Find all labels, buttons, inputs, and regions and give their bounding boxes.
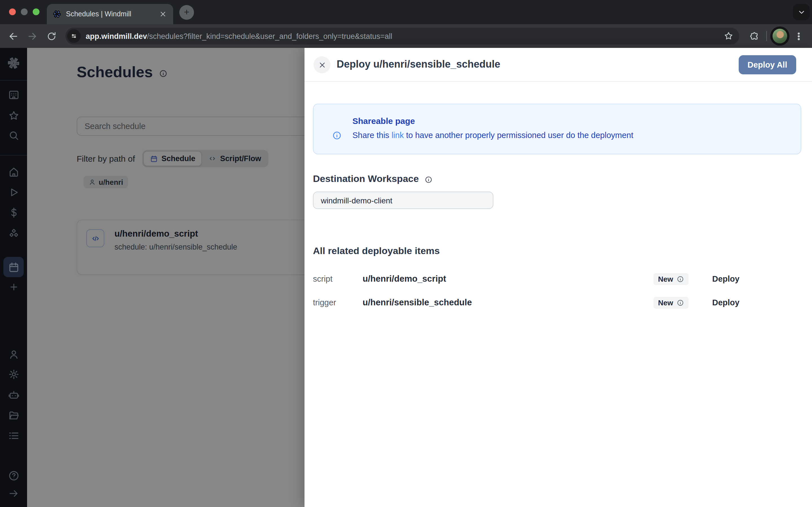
back-button[interactable] — [4, 27, 21, 45]
window-controls — [9, 8, 40, 15]
item-badge-cell: New — [654, 297, 712, 308]
deploy-item-button[interactable]: Deploy — [712, 298, 740, 307]
url-text: app.windmill.dev/schedules?filter_kind=s… — [86, 32, 722, 40]
badge-info-icon[interactable] — [676, 275, 684, 283]
new-badge: New — [654, 297, 688, 308]
deploy-item-button[interactable]: Deploy — [712, 274, 740, 283]
drawer-close-button[interactable] — [313, 56, 331, 73]
url-domain: app.windmill.dev — [86, 32, 147, 40]
deploy-drawer: Deploy u/henri/sensible_schedule Deploy … — [305, 48, 812, 507]
browser-toolbar: app.windmill.dev/schedules?filter_kind=s… — [0, 24, 812, 48]
site-settings-icon[interactable] — [67, 29, 81, 43]
zoom-window-button[interactable] — [33, 8, 40, 15]
windmill-favicon — [52, 10, 61, 18]
new-badge-label: New — [658, 275, 673, 283]
toolbar-divider — [766, 31, 767, 41]
badge-info-icon[interactable] — [676, 299, 684, 306]
tab-search-button[interactable] — [793, 4, 810, 20]
deployable-items-heading: All related deployable items — [313, 245, 440, 257]
chevron-down-icon — [797, 8, 806, 16]
banner-body-prefix: Share this — [352, 131, 392, 140]
screen: Schedules | Windmill + — [0, 0, 812, 507]
banner-body: Share this link to have another properly… — [352, 131, 633, 140]
share-link[interactable]: link — [392, 131, 404, 140]
app-area: Schedules Filter by path of Schedule — [0, 48, 812, 507]
item-badge-cell: New — [654, 273, 712, 285]
close-window-button[interactable] — [9, 8, 16, 15]
bookmark-star-icon[interactable] — [722, 30, 735, 42]
destination-workspace-select[interactable]: windmill-demo-client — [313, 191, 493, 209]
toolbar-right — [745, 29, 808, 43]
destination-info-icon[interactable] — [424, 176, 432, 184]
toggle-knob — [598, 280, 605, 287]
banner-body-suffix: to have another properly permissioned us… — [404, 131, 633, 140]
shareable-page-banner: Shareable page Share this link to have a… — [313, 104, 801, 154]
info-icon — [332, 117, 342, 154]
forward-button[interactable] — [24, 27, 41, 45]
minimize-window-button[interactable] — [21, 8, 28, 15]
destination-heading-text: Destination Workspace — [313, 173, 419, 185]
item-kind: script — [313, 274, 363, 283]
toggle-knob — [598, 304, 605, 311]
item-path: u/henri/sensible_schedule — [363, 297, 606, 307]
tab-title: Schedules | Windmill — [66, 10, 154, 18]
deploy-all-button[interactable]: Deploy All — [739, 55, 796, 74]
new-badge: New — [654, 273, 688, 285]
tab-close-icon[interactable] — [158, 10, 167, 18]
deployable-item-row: trigger u/henri/sensible_schedule New De… — [313, 293, 740, 312]
browser-menu-icon[interactable] — [793, 31, 804, 42]
item-path: u/henri/demo_script — [363, 274, 606, 284]
item-kind: trigger — [313, 298, 363, 307]
profile-avatar[interactable] — [772, 29, 787, 43]
banner-title: Shareable page — [352, 116, 633, 126]
new-tab-button[interactable]: + — [179, 5, 194, 20]
banner-text: Shareable page Share this link to have a… — [352, 116, 633, 154]
url-path: /schedules?filter_kind=schedule&user_and… — [147, 32, 393, 40]
deployable-item-row: script u/henri/demo_script New Deploy — [313, 269, 740, 288]
drawer-header-divider — [305, 81, 812, 82]
tab-strip: Schedules | Windmill + — [0, 0, 812, 24]
reload-button[interactable] — [43, 27, 60, 45]
drawer-title: Deploy u/henri/sensible_schedule — [337, 59, 500, 70]
address-bar[interactable]: app.windmill.dev/schedules?filter_kind=s… — [65, 27, 739, 45]
destination-workspace-heading: Destination Workspace — [313, 173, 432, 185]
new-badge-label: New — [658, 298, 673, 307]
browser-tab[interactable]: Schedules | Windmill — [47, 4, 173, 24]
extensions-icon[interactable] — [748, 30, 761, 42]
